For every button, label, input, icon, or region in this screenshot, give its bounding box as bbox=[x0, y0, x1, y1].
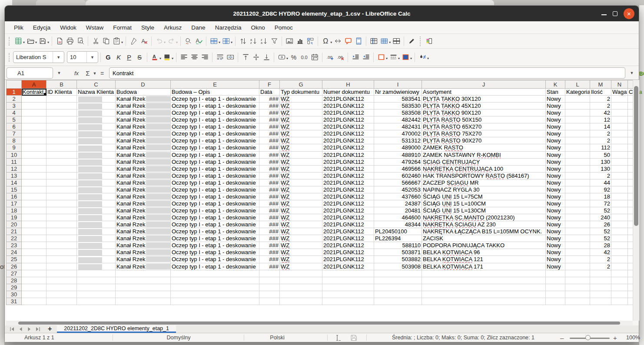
cell-C26[interactable] bbox=[77, 263, 116, 270]
cell-E17[interactable]: Oczep typ I - etap 1 - deskowanie bbox=[171, 200, 259, 207]
cell-O26[interactable] bbox=[628, 263, 633, 270]
cell-28[interactable] bbox=[259, 277, 280, 284]
cell-G24[interactable]: WZ bbox=[280, 249, 322, 256]
cell-K26[interactable]: Nowy bbox=[546, 263, 565, 270]
align-top-icon[interactable] bbox=[240, 52, 251, 63]
chevron-down-icon[interactable]: ▾ bbox=[286, 56, 288, 60]
cell-J14[interactable]: ZACZEP SCIAGU MR bbox=[422, 179, 546, 186]
cell-H26[interactable]: 2021PLGNK112 bbox=[322, 263, 374, 270]
cell-O25[interactable] bbox=[628, 256, 633, 263]
row-header-17[interactable]: 17 bbox=[7, 200, 22, 207]
cell-28[interactable] bbox=[546, 277, 565, 284]
cell-F12[interactable]: ### bbox=[259, 165, 280, 172]
horizontal-scrollbar-thumb[interactable] bbox=[18, 322, 620, 325]
cell-F18[interactable]: ### bbox=[259, 207, 280, 214]
cell-L26[interactable] bbox=[565, 263, 590, 270]
column-header-M[interactable]: M bbox=[590, 80, 611, 89]
cell-31[interactable] bbox=[422, 298, 546, 305]
cell-F23[interactable]: ### bbox=[259, 242, 280, 249]
cell-F8[interactable]: ### bbox=[259, 137, 280, 144]
cell-H22[interactable]: 2021PLGNK112 bbox=[322, 235, 374, 242]
cell-L16[interactable] bbox=[565, 193, 590, 200]
print-icon[interactable] bbox=[65, 36, 75, 47]
cell-L5[interactable] bbox=[565, 116, 590, 123]
cell-A3[interactable] bbox=[22, 103, 46, 109]
column-header-I[interactable]: I bbox=[374, 80, 422, 89]
cell-N1[interactable]: Waga bbox=[611, 89, 628, 96]
menu-wstaw[interactable]: Wstaw bbox=[81, 21, 109, 33]
cell-F19[interactable]: ### bbox=[259, 214, 280, 221]
cell-N19[interactable] bbox=[611, 214, 628, 221]
cell-E23[interactable]: Oczep typ I - etap 1 - deskowanie bbox=[171, 242, 259, 249]
cell-F24[interactable]: ### bbox=[259, 249, 280, 256]
cell-K12[interactable]: Nowy bbox=[546, 165, 565, 172]
currency-format-icon[interactable] bbox=[276, 52, 287, 63]
selection-summary[interactable]: Średnia: ; Liczba: 0; Maks: 0; Suma: 0; … bbox=[372, 333, 554, 342]
cell-K17[interactable]: Nowy bbox=[546, 200, 565, 207]
cell-H19[interactable]: 2021PLGNK112 bbox=[322, 214, 374, 221]
menu-format[interactable]: Format bbox=[108, 21, 136, 33]
cell-28[interactable] bbox=[171, 277, 259, 284]
cell-D23[interactable]: Kanał Rzek bbox=[116, 242, 171, 249]
row-header-30[interactable]: 30 bbox=[7, 291, 22, 298]
column-header-F[interactable]: F bbox=[259, 80, 280, 89]
cell-D21[interactable]: Kanał Rzek bbox=[116, 228, 171, 235]
cell-O2[interactable] bbox=[628, 96, 633, 103]
cell-A20[interactable] bbox=[22, 221, 46, 228]
cell-C20[interactable] bbox=[77, 221, 116, 228]
chevron-down-icon[interactable]: ▾ bbox=[386, 56, 388, 60]
cell-G9[interactable]: WZ bbox=[280, 144, 322, 151]
cell-J15[interactable]: NAPINACZ RYGLA 30 bbox=[422, 186, 546, 193]
cell-D1[interactable]: Budowa bbox=[116, 89, 171, 96]
cell-D3[interactable]: Kanał Rzek bbox=[116, 103, 171, 109]
cell-C13[interactable] bbox=[77, 172, 116, 179]
cell-A25[interactable] bbox=[22, 256, 46, 263]
cell-K1[interactable]: Stan bbox=[546, 89, 565, 96]
cell-29[interactable] bbox=[77, 284, 116, 291]
cell-F1[interactable]: Data bbox=[259, 89, 280, 96]
cell-B19[interactable] bbox=[46, 214, 77, 221]
cell-L14[interactable] bbox=[565, 179, 590, 186]
horizontal-scrollbar[interactable] bbox=[6, 321, 633, 325]
chevron-down-icon[interactable]: ▾ bbox=[159, 56, 161, 60]
cell-F9[interactable]: ### bbox=[259, 144, 280, 151]
chevron-down-icon[interactable]: ▼ bbox=[54, 67, 64, 79]
cell-M10[interactable]: 50 bbox=[590, 151, 611, 158]
toolbar-grip[interactable] bbox=[9, 53, 10, 62]
cell-G6[interactable]: WZ bbox=[280, 123, 322, 130]
cell-J21[interactable]: NAKRĘTKA ŁĄCZĄCA B15 L=105MM OCYNK. bbox=[422, 228, 546, 235]
cell-I4[interactable]: 583508 bbox=[374, 109, 422, 116]
column-header-H[interactable]: H bbox=[322, 80, 374, 89]
vertical-scrollbar-thumb[interactable] bbox=[634, 86, 638, 226]
cell-G17[interactable]: WZ bbox=[280, 200, 322, 207]
cell-31[interactable] bbox=[546, 298, 565, 305]
column-header-L[interactable]: L bbox=[565, 80, 590, 89]
cell-L19[interactable] bbox=[565, 214, 590, 221]
cell-F3[interactable]: ### bbox=[259, 103, 280, 109]
row-header-7[interactable]: 7 bbox=[7, 130, 22, 137]
cell-M23[interactable]: 28 bbox=[590, 242, 611, 249]
cell-B5[interactable] bbox=[46, 116, 77, 123]
cell-B3[interactable] bbox=[46, 103, 77, 109]
cell-B8[interactable] bbox=[46, 137, 77, 144]
cell-D9[interactable]: Kanał Rzek bbox=[116, 144, 171, 151]
cell-C4[interactable] bbox=[77, 109, 116, 116]
cell-L25[interactable] bbox=[565, 256, 590, 263]
cell-H25[interactable]: 2021PLGNK112 bbox=[322, 256, 374, 263]
conditional-formatting-icon[interactable] bbox=[417, 52, 428, 63]
cell-I20[interactable]: 48344 bbox=[374, 221, 422, 228]
cell-30[interactable] bbox=[171, 291, 259, 298]
cell-B21[interactable] bbox=[46, 228, 77, 235]
function-wizard-button[interactable]: fx bbox=[71, 66, 82, 80]
cell-27[interactable] bbox=[546, 270, 565, 277]
cell-28[interactable] bbox=[611, 277, 628, 284]
insert-rows-icon[interactable] bbox=[209, 36, 219, 47]
insert-comment-icon[interactable] bbox=[343, 36, 353, 47]
wrap-text-icon[interactable] bbox=[215, 52, 225, 63]
cell-29[interactable] bbox=[422, 284, 546, 291]
show-grid-icon[interactable] bbox=[379, 36, 389, 47]
cell-B22[interactable] bbox=[46, 235, 77, 242]
cell-L12[interactable] bbox=[565, 165, 590, 172]
cell-A15[interactable] bbox=[22, 186, 46, 193]
cell-F13[interactable]: ### bbox=[259, 172, 280, 179]
